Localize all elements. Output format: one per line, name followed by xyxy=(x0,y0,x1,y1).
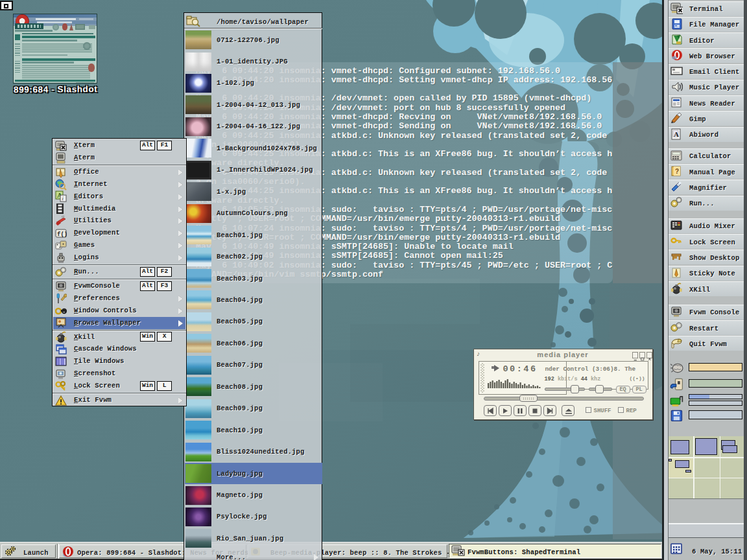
svg-text:?: ? xyxy=(675,168,679,175)
svg-text:f(): f() xyxy=(57,231,67,238)
svg-text:A: A xyxy=(674,130,679,138)
